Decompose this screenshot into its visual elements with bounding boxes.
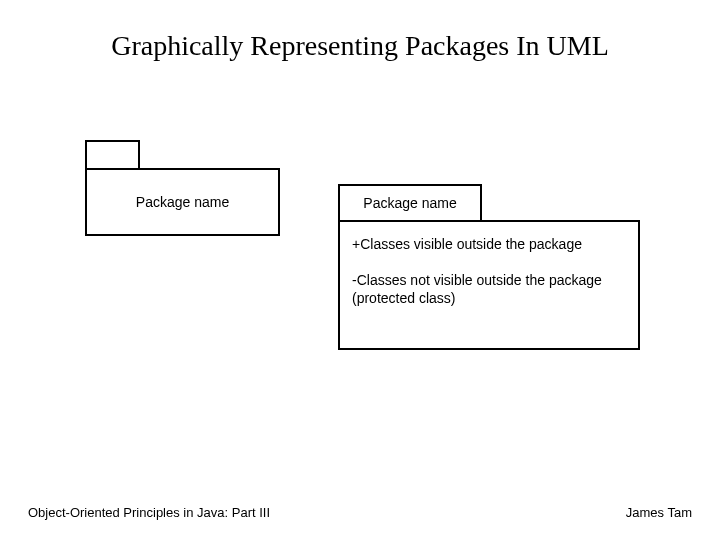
left-package-label: Package name <box>136 194 229 210</box>
right-package-body: +Classes visible outside the package -Cl… <box>338 220 640 350</box>
footer-right: James Tam <box>626 505 692 520</box>
right-package-label: Package name <box>363 195 456 211</box>
right-package-tab: Package name <box>338 184 482 222</box>
hidden-classes-line: -Classes not visible outside the package… <box>352 272 626 307</box>
left-package-tab <box>85 140 140 170</box>
left-package-body: Package name <box>85 168 280 236</box>
slide-title: Graphically Representing Packages In UML <box>0 30 720 62</box>
visible-classes-line: +Classes visible outside the package <box>352 236 626 252</box>
footer-left: Object-Oriented Principles in Java: Part… <box>28 505 270 520</box>
